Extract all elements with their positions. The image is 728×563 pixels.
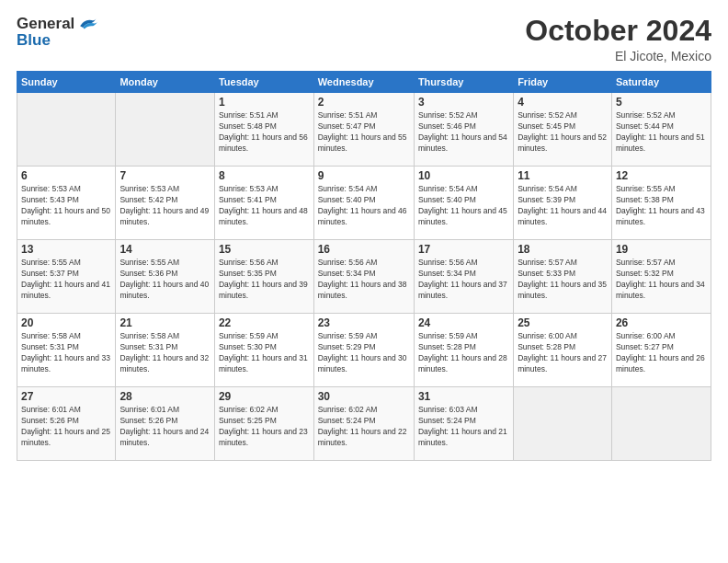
weekday-header-wednesday: Wednesday [313, 72, 414, 93]
day-info: Sunrise: 5:56 AMSunset: 5:35 PMDaylight:… [219, 258, 310, 302]
day-info: Sunrise: 5:52 AMSunset: 5:45 PMDaylight:… [518, 110, 608, 155]
day-info: Sunrise: 5:55 AMSunset: 5:36 PMDaylight:… [119, 258, 210, 302]
calendar-cell: 31Sunrise: 6:03 AMSunset: 5:24 PMDayligh… [414, 387, 513, 461]
day-number: 8 [219, 169, 310, 182]
day-number: 15 [219, 243, 310, 256]
day-number: 28 [119, 390, 210, 403]
weekday-header-saturday: Saturday [611, 72, 711, 93]
day-number: 9 [318, 169, 410, 182]
calendar-cell: 15Sunrise: 5:56 AMSunset: 5:35 PMDayligh… [214, 240, 313, 314]
calendar-cell: 8Sunrise: 5:53 AMSunset: 5:41 PMDaylight… [214, 167, 313, 240]
weekday-header-thursday: Thursday [414, 72, 513, 93]
day-info: Sunrise: 5:58 AMSunset: 5:31 PMDaylight:… [21, 331, 111, 375]
day-number: 24 [418, 316, 509, 329]
header: General Blue October 2024 El Jicote, Mex… [17, 15, 711, 63]
calendar-cell: 30Sunrise: 6:02 AMSunset: 5:24 PMDayligh… [313, 387, 414, 461]
day-info: Sunrise: 5:57 AMSunset: 5:33 PMDaylight:… [518, 258, 608, 302]
week-row-4: 20Sunrise: 5:58 AMSunset: 5:31 PMDayligh… [17, 314, 711, 387]
day-number: 25 [518, 316, 608, 329]
calendar-body: 1Sunrise: 5:51 AMSunset: 5:48 PMDaylight… [17, 93, 711, 461]
calendar-cell: 21Sunrise: 5:58 AMSunset: 5:31 PMDayligh… [116, 314, 215, 387]
calendar-cell: 29Sunrise: 6:02 AMSunset: 5:25 PMDayligh… [214, 387, 313, 461]
day-info: Sunrise: 5:54 AMSunset: 5:40 PMDaylight:… [318, 184, 410, 228]
day-info: Sunrise: 5:52 AMSunset: 5:44 PMDaylight:… [616, 110, 707, 155]
day-info: Sunrise: 6:00 AMSunset: 5:27 PMDaylight:… [616, 331, 707, 375]
day-number: 14 [119, 243, 210, 256]
calendar-cell [611, 387, 711, 461]
day-info: Sunrise: 5:54 AMSunset: 5:39 PMDaylight:… [518, 184, 608, 228]
calendar-cell: 20Sunrise: 5:58 AMSunset: 5:31 PMDayligh… [17, 314, 116, 387]
day-info: Sunrise: 5:59 AMSunset: 5:29 PMDaylight:… [318, 331, 410, 375]
day-info: Sunrise: 5:55 AMSunset: 5:38 PMDaylight:… [616, 184, 707, 228]
calendar-cell: 22Sunrise: 5:59 AMSunset: 5:30 PMDayligh… [214, 314, 313, 387]
page: General Blue October 2024 El Jicote, Mex… [0, 0, 728, 563]
calendar-table: SundayMondayTuesdayWednesdayThursdayFrid… [17, 71, 711, 461]
day-info: Sunrise: 6:00 AMSunset: 5:28 PMDaylight:… [518, 331, 608, 375]
logo: General Blue [17, 15, 97, 50]
day-info: Sunrise: 5:58 AMSunset: 5:31 PMDaylight:… [119, 331, 210, 375]
title-block: October 2024 El Jicote, Mexico [525, 15, 711, 63]
day-info: Sunrise: 5:53 AMSunset: 5:41 PMDaylight:… [219, 184, 310, 228]
day-number: 2 [318, 96, 410, 109]
calendar-cell: 3Sunrise: 5:52 AMSunset: 5:46 PMDaylight… [414, 93, 513, 167]
day-info: Sunrise: 5:54 AMSunset: 5:40 PMDaylight:… [418, 184, 509, 228]
calendar-cell: 12Sunrise: 5:55 AMSunset: 5:38 PMDayligh… [611, 167, 711, 240]
weekday-header-friday: Friday [514, 72, 612, 93]
calendar-cell: 13Sunrise: 5:55 AMSunset: 5:37 PMDayligh… [17, 240, 116, 314]
calendar-cell: 10Sunrise: 5:54 AMSunset: 5:40 PMDayligh… [414, 167, 513, 240]
calendar-header: SundayMondayTuesdayWednesdayThursdayFrid… [17, 72, 711, 93]
week-row-3: 13Sunrise: 5:55 AMSunset: 5:37 PMDayligh… [17, 240, 711, 314]
day-number: 16 [318, 243, 410, 256]
day-number: 20 [21, 316, 111, 329]
day-info: Sunrise: 6:01 AMSunset: 5:26 PMDaylight:… [21, 405, 111, 449]
day-info: Sunrise: 5:57 AMSunset: 5:32 PMDaylight:… [616, 258, 707, 302]
day-info: Sunrise: 5:51 AMSunset: 5:47 PMDaylight:… [318, 110, 410, 155]
weekday-header-tuesday: Tuesday [214, 72, 313, 93]
day-number: 6 [21, 169, 111, 182]
day-number: 4 [518, 96, 608, 109]
day-info: Sunrise: 6:02 AMSunset: 5:25 PMDaylight:… [219, 405, 310, 449]
calendar-cell: 2Sunrise: 5:51 AMSunset: 5:47 PMDaylight… [313, 93, 414, 167]
day-info: Sunrise: 6:01 AMSunset: 5:26 PMDaylight:… [119, 405, 210, 449]
day-number: 26 [616, 316, 707, 329]
day-number: 13 [21, 243, 111, 256]
day-number: 11 [518, 169, 608, 182]
calendar-cell [514, 387, 612, 461]
day-number: 17 [418, 243, 509, 256]
day-info: Sunrise: 6:02 AMSunset: 5:24 PMDaylight:… [318, 405, 410, 449]
day-number: 19 [616, 243, 707, 256]
weekday-row: SundayMondayTuesdayWednesdayThursdayFrid… [17, 72, 711, 93]
day-info: Sunrise: 6:03 AMSunset: 5:24 PMDaylight:… [418, 405, 509, 449]
calendar-cell: 11Sunrise: 5:54 AMSunset: 5:39 PMDayligh… [514, 167, 612, 240]
calendar-cell: 28Sunrise: 6:01 AMSunset: 5:26 PMDayligh… [116, 387, 215, 461]
day-info: Sunrise: 5:59 AMSunset: 5:28 PMDaylight:… [418, 331, 509, 375]
day-number: 31 [418, 390, 509, 403]
logo-general: General [17, 15, 74, 33]
day-info: Sunrise: 5:53 AMSunset: 5:43 PMDaylight:… [21, 184, 111, 228]
calendar-cell: 4Sunrise: 5:52 AMSunset: 5:45 PMDaylight… [514, 93, 612, 167]
week-row-5: 27Sunrise: 6:01 AMSunset: 5:26 PMDayligh… [17, 387, 711, 461]
calendar-cell: 16Sunrise: 5:56 AMSunset: 5:34 PMDayligh… [313, 240, 414, 314]
calendar-cell [116, 93, 215, 167]
day-info: Sunrise: 5:56 AMSunset: 5:34 PMDaylight:… [318, 258, 410, 302]
calendar-cell: 19Sunrise: 5:57 AMSunset: 5:32 PMDayligh… [611, 240, 711, 314]
calendar-cell: 23Sunrise: 5:59 AMSunset: 5:29 PMDayligh… [313, 314, 414, 387]
calendar-cell: 17Sunrise: 5:56 AMSunset: 5:34 PMDayligh… [414, 240, 513, 314]
day-number: 27 [21, 390, 111, 403]
calendar-subtitle: El Jicote, Mexico [525, 49, 711, 63]
logo-blue: Blue [17, 31, 51, 50]
calendar-cell: 1Sunrise: 5:51 AMSunset: 5:48 PMDaylight… [214, 93, 313, 167]
day-number: 10 [418, 169, 509, 182]
week-row-1: 1Sunrise: 5:51 AMSunset: 5:48 PMDaylight… [17, 93, 711, 167]
calendar-cell: 27Sunrise: 6:01 AMSunset: 5:26 PMDayligh… [17, 387, 116, 461]
day-number: 22 [219, 316, 310, 329]
day-number: 3 [418, 96, 509, 109]
day-info: Sunrise: 5:53 AMSunset: 5:42 PMDaylight:… [119, 184, 210, 228]
calendar-cell: 18Sunrise: 5:57 AMSunset: 5:33 PMDayligh… [514, 240, 612, 314]
day-number: 30 [318, 390, 410, 403]
calendar-cell: 25Sunrise: 6:00 AMSunset: 5:28 PMDayligh… [514, 314, 612, 387]
weekday-header-sunday: Sunday [17, 72, 116, 93]
bird-icon [77, 16, 97, 32]
day-info: Sunrise: 5:56 AMSunset: 5:34 PMDaylight:… [418, 258, 509, 302]
day-number: 23 [318, 316, 410, 329]
